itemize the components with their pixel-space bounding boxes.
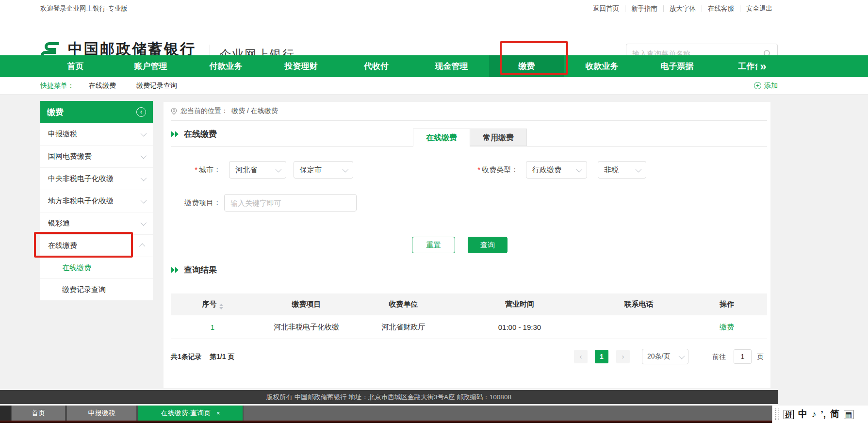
chevron-down-icon bbox=[141, 153, 147, 159]
ime-punctuation-icon[interactable]: ’, bbox=[821, 407, 826, 422]
page-size-select[interactable]: 20条/页 bbox=[642, 349, 688, 364]
fee-subtype-select[interactable]: 非税 bbox=[598, 161, 646, 179]
pay-action-link[interactable]: 缴费 bbox=[687, 323, 767, 332]
table-header-row: 序号 缴费项目 收费单位 营业时间 联系电话 操作 bbox=[171, 293, 767, 315]
quick-menu-payment-records[interactable]: 缴费记录查询 bbox=[136, 77, 177, 94]
ime-chinese-mode-icon[interactable]: 中 bbox=[798, 407, 807, 422]
taskbar-bottom-strip bbox=[0, 421, 868, 423]
sidebar-item-label: 中央非税电子化收缴 bbox=[48, 174, 114, 183]
chevron-down-icon bbox=[141, 175, 147, 181]
col-unit: 收费单位 bbox=[359, 300, 448, 309]
link-enlarge-font[interactable]: 放大字体 bbox=[663, 5, 702, 12]
taskbar-tab-home[interactable]: 首页 bbox=[11, 406, 66, 421]
nav-item-investment[interactable]: 投资理财 bbox=[263, 55, 339, 77]
sidebar-subitem-online-payment[interactable]: 在线缴费 bbox=[40, 257, 153, 279]
double-arrow-icon bbox=[171, 267, 179, 273]
table-row: 1 河北非税电子化收缴 河北省财政厅 01:00 - 19:30 缴费 bbox=[171, 315, 767, 339]
bottom-taskbar: 首页 申报缴税 在线缴费-查询页 × 拼 中 ♪ ’, 简 ▦ bbox=[0, 406, 868, 423]
fee-type-value: 行政缴费 bbox=[532, 165, 561, 175]
link-safe-logout[interactable]: 安全退出 bbox=[740, 5, 778, 12]
city-value: 保定市 bbox=[300, 165, 322, 175]
required-mark: * bbox=[195, 165, 197, 174]
goto-page-input[interactable] bbox=[734, 349, 752, 364]
sidebar-item-label: 地方非税电子化收缴 bbox=[48, 196, 114, 206]
taskbar-tab-label: 在线缴费-查询页 bbox=[161, 409, 211, 417]
fee-type-select[interactable]: 行政缴费 bbox=[526, 161, 587, 179]
ime-drag-handle[interactable] bbox=[775, 408, 779, 420]
row-project: 河北非税电子化收缴 bbox=[254, 323, 359, 332]
nav-item-fee-payment[interactable]: 缴费 bbox=[489, 55, 564, 77]
sidebar-collapse-icon[interactable]: ‹ bbox=[136, 107, 146, 117]
add-quick-menu-button[interactable]: + 添加 bbox=[754, 77, 778, 94]
sidebar-item-state-grid-electricity[interactable]: 国网电费缴费 bbox=[40, 146, 153, 168]
fee-subtype-value: 非税 bbox=[604, 165, 619, 175]
link-beginner-guide[interactable]: 新手指南 bbox=[625, 5, 663, 12]
taskbar-tab-declare-tax[interactable]: 申报缴税 bbox=[66, 406, 137, 421]
sidebar-subitem-label: 缴费记录查询 bbox=[62, 285, 106, 294]
tab-online-payment[interactable]: 在线缴费 bbox=[413, 129, 470, 146]
goto-unit-label: 页 bbox=[757, 348, 764, 365]
copyright-bar: 版权所有 中国邮政储蓄银行 地址：北京市西城区金融大街3号A座 邮政编码：100… bbox=[0, 390, 778, 404]
nav-item-home[interactable]: 首页 bbox=[38, 55, 113, 77]
breadcrumb-prefix: 您当前的位置： bbox=[180, 107, 228, 115]
ime-simplified-icon[interactable]: 简 bbox=[830, 407, 839, 422]
close-icon[interactable]: × bbox=[216, 409, 220, 417]
taskbar-tab-online-payment-query[interactable]: 在线缴费-查询页 × bbox=[137, 406, 244, 421]
city-label: *城市： bbox=[164, 161, 221, 179]
main-panel: 您当前的位置： 缴费 / 在线缴费 在线缴费 在线缴费 常用缴费 *城市： bbox=[164, 102, 770, 388]
nav-item-cash-mgmt[interactable]: 现金管理 bbox=[414, 55, 489, 77]
ime-toolbar: 拼 中 ♪ ’, 简 ▦ bbox=[772, 406, 868, 423]
sidebar-item-yincaitong[interactable]: 银彩通 bbox=[40, 212, 153, 235]
project-keyword-input[interactable] bbox=[224, 194, 357, 212]
chevron-down-icon bbox=[576, 166, 583, 172]
city-select[interactable]: 保定市 bbox=[294, 161, 353, 179]
page-info: 第1/1 页 bbox=[210, 348, 234, 365]
page-size-value: 20条/页 bbox=[647, 352, 670, 361]
ime-keyboard-icon[interactable]: ▦ bbox=[844, 410, 853, 419]
next-page-button[interactable]: › bbox=[616, 350, 630, 363]
current-page-button[interactable]: 1 bbox=[595, 350, 608, 363]
chevron-down-icon bbox=[141, 220, 147, 226]
prev-page-button[interactable]: ‹ bbox=[574, 350, 588, 363]
tab-frequent-payment[interactable]: 常用缴费 bbox=[470, 129, 527, 146]
link-return-home[interactable]: 返回首页 bbox=[587, 5, 625, 12]
sidebar-item-local-nontax[interactable]: 地方非税电子化收缴 bbox=[40, 190, 153, 212]
sidebar-header: 缴费 ‹ bbox=[40, 101, 153, 123]
sidebar-item-online-payment[interactable]: 在线缴费 bbox=[40, 235, 153, 257]
sidebar-title: 缴费 bbox=[47, 107, 64, 118]
sidebar-subitem-payment-records[interactable]: 缴费记录查询 bbox=[40, 279, 153, 301]
add-label: 添加 bbox=[764, 81, 778, 90]
ime-tone-icon[interactable]: ♪ bbox=[812, 407, 817, 422]
sidebar-item-label: 国网电费缴费 bbox=[48, 152, 92, 161]
quick-menu-label: 快捷菜单： bbox=[40, 77, 74, 94]
link-online-service[interactable]: 在线客服 bbox=[702, 5, 740, 12]
sidebar-item-declare-tax[interactable]: 申报缴税 bbox=[40, 123, 153, 146]
nav-item-receivables[interactable]: 收款业务 bbox=[564, 55, 639, 77]
query-button[interactable]: 查询 bbox=[468, 237, 508, 253]
sort-icon[interactable] bbox=[219, 304, 223, 309]
sidebar: 缴费 ‹ 申报缴税 国网电费缴费 中央非税电子化收缴 地方非税电子化收缴 银彩通 bbox=[40, 101, 153, 301]
nav-item-collection-payment[interactable]: 代收付 bbox=[339, 55, 414, 77]
province-select[interactable]: 河北省 bbox=[229, 161, 286, 179]
sidebar-item-label: 申报缴税 bbox=[48, 130, 77, 139]
quick-menu-items: 在线缴费 缴费记录查询 bbox=[89, 77, 177, 94]
chevron-down-icon bbox=[141, 197, 147, 204]
sidebar-item-central-nontax[interactable]: 中央非税电子化收缴 bbox=[40, 168, 153, 190]
location-pin-icon bbox=[171, 108, 177, 115]
header: 中国邮政储蓄银行 POSTAL SAVINGS BANK OF CHINA 企业… bbox=[0, 17, 868, 55]
reset-button[interactable]: 重置 bbox=[412, 237, 455, 253]
col-project: 缴费项目 bbox=[254, 300, 359, 309]
nav-item-workbench[interactable]: 工作台 » bbox=[715, 55, 790, 77]
sidebar-item-label: 在线缴费 bbox=[48, 241, 77, 250]
nav-item-account-mgmt[interactable]: 账户管理 bbox=[113, 55, 188, 77]
quick-menu-online-payment[interactable]: 在线缴费 bbox=[89, 77, 116, 94]
ime-pinyin-icon[interactable]: 拼 bbox=[784, 410, 794, 419]
nav-item-payment[interactable]: 付款业务 bbox=[188, 55, 263, 77]
chevron-down-icon bbox=[679, 353, 685, 359]
double-chevron-right-icon[interactable]: » bbox=[760, 57, 766, 76]
main-nav: 首页 账户管理 付款业务 投资理财 代收付 现金管理 缴费 收款业务 电子票据 … bbox=[0, 55, 868, 77]
row-hours: 01:00 - 19:30 bbox=[448, 323, 591, 331]
col-seq[interactable]: 序号 bbox=[171, 300, 254, 309]
nav-item-e-bills[interactable]: 电子票据 bbox=[639, 55, 715, 77]
sidebar-item-label: 银彩通 bbox=[48, 219, 70, 228]
